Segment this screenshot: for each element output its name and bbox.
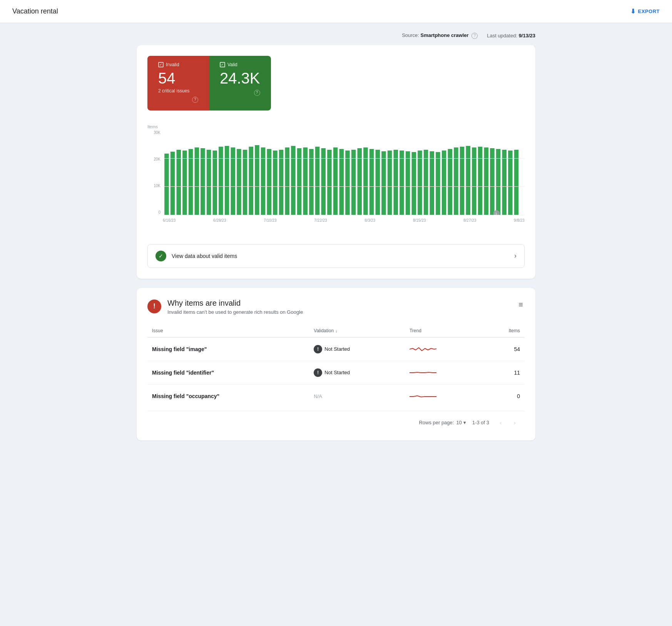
- svg-rect-50: [466, 146, 470, 215]
- table-footer: Rows per page: 10 ▾ 1-3 of 3 ‹ ›: [147, 411, 525, 430]
- invalid-check-icon: ✓: [158, 62, 164, 67]
- td-items-2: 11: [481, 361, 525, 384]
- svg-rect-11: [231, 147, 235, 215]
- svg-rect-13: [243, 150, 247, 215]
- svg-rect-18: [273, 151, 277, 215]
- rows-per-page-select[interactable]: 10 ▾: [456, 420, 466, 425]
- x-tick-8: 9/8/23: [514, 218, 525, 223]
- th-trend: Trend: [405, 324, 481, 338]
- svg-rect-31: [351, 150, 356, 215]
- tile-valid: ✓ Valid 24.3K ?: [209, 56, 271, 110]
- th-items: Items: [481, 324, 525, 338]
- last-updated-info: Last updated: 9/13/23: [487, 33, 535, 38]
- y-tick-20k: 20K: [147, 157, 163, 161]
- bars-chart-svg: i: [163, 131, 525, 215]
- page-nav: ‹ ›: [495, 417, 520, 428]
- svg-rect-41: [412, 152, 416, 215]
- chevron-right-icon: ›: [514, 252, 517, 260]
- table-row: Missing field "occupancy" N/A 0: [147, 384, 525, 408]
- main-chart-card: ✓ Invalid 54 2 critical issues ? ✓ Valid…: [137, 45, 535, 279]
- invalid-help-icon[interactable]: ?: [192, 97, 198, 103]
- svg-rect-9: [219, 147, 223, 215]
- y-tick-0: 0: [147, 210, 163, 214]
- svg-rect-23: [303, 147, 308, 215]
- svg-rect-5: [195, 147, 199, 215]
- svg-rect-10: [225, 146, 229, 215]
- svg-rect-46: [442, 151, 446, 215]
- svg-rect-24: [309, 149, 313, 215]
- svg-text:i: i: [496, 212, 497, 215]
- svg-rect-22: [297, 148, 301, 215]
- svg-rect-7: [207, 150, 211, 215]
- invalid-card: ! Why items are invalid Invalid items ca…: [137, 288, 535, 440]
- valid-help-icon[interactable]: ?: [254, 90, 260, 96]
- svg-rect-35: [376, 150, 380, 215]
- view-data-row[interactable]: ✓ View data about valid items ›: [147, 244, 525, 268]
- source-info: Source: Smartphone crawler ?: [402, 32, 478, 39]
- svg-rect-30: [345, 151, 349, 215]
- prev-page-button[interactable]: ‹: [495, 417, 506, 428]
- not-started-icon-1: !: [314, 345, 322, 353]
- svg-rect-29: [339, 149, 344, 215]
- sparkline-3: [410, 392, 436, 401]
- x-tick-3: 7/10/23: [264, 218, 276, 223]
- source-help-icon[interactable]: ?: [471, 33, 478, 39]
- svg-rect-8: [213, 151, 217, 215]
- svg-rect-56: [502, 150, 507, 215]
- svg-rect-53: [484, 147, 488, 215]
- th-issue: Issue: [147, 324, 309, 338]
- invalid-header: ! Why items are invalid Invalid items ca…: [147, 299, 525, 315]
- next-page-button[interactable]: ›: [509, 417, 520, 428]
- svg-rect-44: [430, 151, 434, 215]
- chart-y-axis: 0 10K 20K 30K: [147, 131, 163, 215]
- view-data-left: ✓ View data about valid items: [155, 251, 237, 261]
- chart-container: Items 0 10K 20K 30K: [147, 121, 525, 238]
- valid-count: 24.3K: [220, 70, 260, 87]
- x-tick-6: 8/15/23: [413, 218, 426, 223]
- svg-rect-36: [381, 151, 386, 215]
- td-validation-2: ! Not Started: [309, 361, 405, 384]
- svg-rect-42: [418, 151, 422, 215]
- status-tiles: ✓ Invalid 54 2 critical issues ? ✓ Valid…: [147, 56, 271, 110]
- svg-rect-26: [321, 148, 326, 215]
- view-data-label: View data about valid items: [172, 253, 237, 259]
- validation-badge-2: ! Not Started: [314, 368, 350, 377]
- svg-rect-32: [358, 148, 362, 215]
- tile-invalid: ✓ Invalid 54 2 critical issues ?: [147, 56, 209, 110]
- svg-rect-27: [327, 150, 331, 215]
- svg-rect-34: [369, 149, 374, 215]
- svg-rect-0: [164, 154, 169, 215]
- page-info: 1-3 of 3: [472, 420, 489, 425]
- svg-rect-25: [315, 147, 319, 215]
- sparkline-2: [410, 368, 436, 377]
- svg-rect-17: [267, 149, 271, 215]
- svg-rect-52: [478, 147, 482, 215]
- chart-area: 0 10K 20K 30K: [147, 131, 525, 215]
- chart-y-label: Items: [147, 124, 525, 129]
- svg-rect-58: [514, 150, 518, 215]
- svg-rect-43: [424, 150, 428, 215]
- chart-bars-wrapper: i: [163, 131, 525, 215]
- svg-rect-20: [285, 147, 289, 215]
- svg-rect-2: [177, 150, 181, 215]
- error-circle-icon: !: [147, 300, 161, 313]
- svg-rect-1: [171, 152, 175, 215]
- svg-rect-33: [363, 147, 368, 215]
- chart-x-axis: 6/16/23 6/28/23 7/10/23 7/22/23 8/3/23 8…: [163, 215, 525, 223]
- invalid-header-left: ! Why items are invalid Invalid items ca…: [147, 299, 303, 315]
- top-bar: Vacation rental ⬇ EXPORT: [0, 0, 672, 23]
- td-issue-2: Missing field "identifier": [147, 361, 309, 384]
- export-button[interactable]: ⬇ EXPORT: [630, 8, 660, 15]
- sort-down-icon: ↓: [335, 328, 338, 333]
- svg-rect-51: [472, 147, 476, 215]
- valid-check-icon: ✓: [220, 62, 225, 67]
- svg-rect-14: [249, 147, 253, 215]
- svg-rect-3: [182, 151, 187, 215]
- filter-icon[interactable]: ≡: [517, 299, 525, 311]
- validation-na: N/A: [314, 393, 322, 399]
- x-tick-7: 8/27/23: [463, 218, 476, 223]
- table-row: Missing field "image" ! Not Started 54: [147, 337, 525, 361]
- export-icon: ⬇: [630, 8, 636, 15]
- invalid-subtitle: Invalid items can't be used to generate …: [167, 309, 303, 315]
- invalid-subtitle: 2 critical issues: [158, 88, 198, 94]
